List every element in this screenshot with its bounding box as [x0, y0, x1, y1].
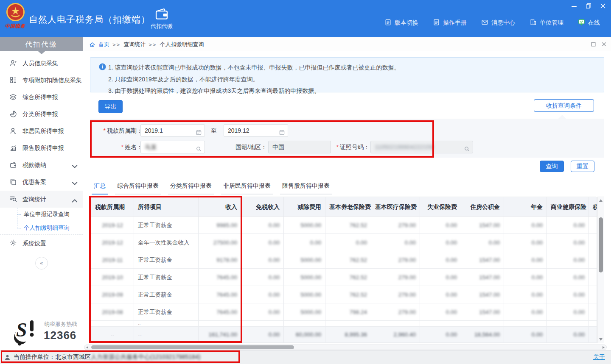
cell-value: 762.52: [350, 222, 367, 228]
cell-value: 762.52: [350, 257, 367, 263]
tab-restricted[interactable]: 限售股所得申报表: [280, 182, 332, 195]
restore-button[interactable]: [586, 3, 591, 9]
sidebar-item-classified-income[interactable]: 分类所得申报: [0, 106, 83, 123]
column-header-label: 商业健康保险: [551, 203, 586, 210]
cert-number-input[interactable]: 110502199904222159: [370, 141, 473, 153]
vertical-scroll-thumb[interactable]: [599, 217, 603, 272]
table-row: 2019-08正常工资薪金7645.000.005000.00798.24279…: [91, 303, 596, 321]
sidebar-item-nonresident-income[interactable]: 非居民所得申报: [0, 123, 83, 140]
sidebar-item-special-deduction[interactable]: 专项附加扣除信息采集: [0, 72, 83, 89]
sidebar-item-preferential-filing[interactable]: 优惠备案: [0, 174, 83, 191]
nationality-input[interactable]: 中国: [268, 141, 331, 153]
horizontal-scrollbar[interactable]: [84, 345, 607, 350]
reset-button[interactable]: 重置: [571, 161, 594, 172]
collapse-query-button[interactable]: 收折查询条件: [534, 99, 594, 112]
cell-value: 798.24: [350, 309, 367, 315]
name-input[interactable]: 马某: [140, 141, 205, 153]
table-cell: [420, 321, 461, 327]
table-cell: 5000.00: [284, 251, 325, 269]
form-notch: [558, 115, 566, 119]
notice-box: 1. 该查询统计表仅能查询已申报成功的数据，不包含未申报、申报失败，已申报但已作…: [90, 57, 604, 92]
query-button[interactable]: 查询: [540, 161, 564, 172]
scroll-down-arrow[interactable]: [599, 338, 603, 341]
sidebar-item-label: 非居民所得申报: [22, 128, 64, 135]
sidebar-subitem-personal-withholding-detail-query[interactable]: 个人扣缴明细查询: [0, 221, 83, 235]
sidebar-item-tax-payment[interactable]: 税款缴纳: [0, 157, 83, 174]
header-menu-unit-management[interactable]: 单位管理: [530, 19, 563, 27]
hotline-label: 纳税服务热线: [44, 320, 77, 328]
export-button[interactable]: 导出: [98, 100, 123, 113]
search-icon[interactable]: [464, 144, 470, 150]
breadcrumb-home[interactable]: 首页: [98, 41, 109, 48]
tab-classified[interactable]: 分类所得申报表: [168, 182, 214, 195]
scroll-left-arrow[interactable]: [86, 346, 88, 349]
sidebar-item-restricted-shares[interactable]: 限售股所得申报: [0, 140, 83, 157]
cell-value: 0.00: [532, 292, 543, 298]
table-cell: 2019-10: [91, 269, 134, 286]
breadcrumb-bar: 首页 >> 查询统计 >> 个人扣缴明细查询: [83, 37, 611, 51]
sidebar-item-settings[interactable]: 系统设置: [0, 235, 83, 252]
header-menu-version-switch[interactable]: 版本切换: [384, 19, 418, 27]
sidebar-collapse-button[interactable]: «: [35, 257, 48, 270]
table-cell: 0.00: [504, 327, 547, 343]
about-link[interactable]: 关于: [593, 353, 605, 361]
panel-close-icon[interactable]: [601, 41, 607, 47]
column-header-4: 减除费用: [284, 197, 325, 217]
header-menu: 版本切换操作手册消息中心单位管理在线: [384, 19, 600, 27]
sidebar-item-comprehensive-income[interactable]: 综合所得申报: [0, 89, 83, 106]
column-header-5: 基本养老保险费: [325, 197, 371, 217]
table-cell: [589, 251, 597, 269]
module-tab-label: 代扣代缴: [146, 22, 177, 30]
sidebar-subitem-label: 个人扣缴明细查询: [24, 225, 70, 231]
svg-text:S: S: [16, 319, 27, 341]
cell-value: ..: [138, 321, 141, 326]
calendar-icon[interactable]: [279, 128, 285, 134]
cell-value: 0.00: [574, 331, 585, 338]
calendar-icon[interactable]: [196, 128, 202, 134]
header-menu-label: 版本切换: [395, 19, 418, 27]
header-menu-online-status[interactable]: 在线: [578, 19, 600, 27]
tab-comprehensive[interactable]: 综合所得申报表: [115, 182, 161, 195]
close-window-button[interactable]: [600, 3, 606, 9]
sidebar-item-query-statistics[interactable]: 查询统计: [0, 191, 83, 208]
scroll-right-arrow[interactable]: [603, 346, 605, 349]
period-start-input[interactable]: 2019.1: [140, 124, 205, 137]
column-header-9: 年金: [504, 197, 547, 217]
cell-value: 5000.00: [300, 274, 321, 281]
name-label: *姓名：: [93, 141, 143, 153]
table-cell: 2,960.40: [371, 327, 420, 343]
table-cell: 全年一次性奖金收入: [134, 234, 199, 251]
table-cell: 1547.00: [461, 269, 504, 286]
panel-maximize-icon[interactable]: [591, 41, 596, 47]
tab-nonresident[interactable]: 非居民所得申报表: [221, 182, 273, 195]
result-tabs: 汇总综合所得申报表分类所得申报表非居民所得申报表限售股所得申报表: [92, 182, 332, 195]
tab-summary[interactable]: 汇总: [92, 182, 108, 195]
search-icon[interactable]: [196, 144, 202, 150]
sidebar-item-personnel-info[interactable]: 人员信息采集: [0, 55, 83, 72]
header-menu-message-center[interactable]: 消息中心: [481, 19, 515, 27]
table-cell: 0.00: [547, 251, 589, 269]
cell-value: 7645.00: [216, 274, 237, 281]
cell-value: 7645.00: [216, 309, 237, 315]
header-menu-manual[interactable]: 操作手册: [433, 19, 467, 27]
header-menu-label: 在线: [588, 19, 600, 27]
vertical-scrollbar[interactable]: [597, 197, 604, 343]
notice-line-2: 2. 只能查询2019年及之后的数据，不能进行跨年度查询。: [108, 74, 598, 86]
cell-value: 0.00: [574, 292, 585, 298]
table-cell: 279.00: [371, 251, 420, 269]
cell-value: 0.00: [446, 309, 457, 315]
sidebar-subitem-unit-declare-record-query[interactable]: 单位申报记录查询: [0, 208, 83, 221]
cell-value: 0.00: [446, 292, 457, 298]
module-tab-withholding[interactable]: 代扣代缴: [146, 8, 177, 30]
scroll-up-arrow[interactable]: [599, 199, 603, 202]
period-end-input[interactable]: 2019.12: [224, 124, 288, 137]
table-cell: 2019-12: [91, 217, 134, 234]
app-window: 中国税务 自然人电子税务局（扣缴端） 代扣代缴 版本切换操作手册消息中心单位管理…: [0, 0, 611, 364]
info-icon: [99, 63, 106, 70]
minimize-button[interactable]: [571, 3, 577, 9]
cell-value: 0.00: [532, 222, 543, 228]
table-cell: [504, 321, 547, 327]
horizontal-scroll-thumb[interactable]: [91, 345, 294, 349]
cell-value: 0.00: [532, 274, 543, 281]
cell-value: 0.00: [269, 257, 280, 263]
